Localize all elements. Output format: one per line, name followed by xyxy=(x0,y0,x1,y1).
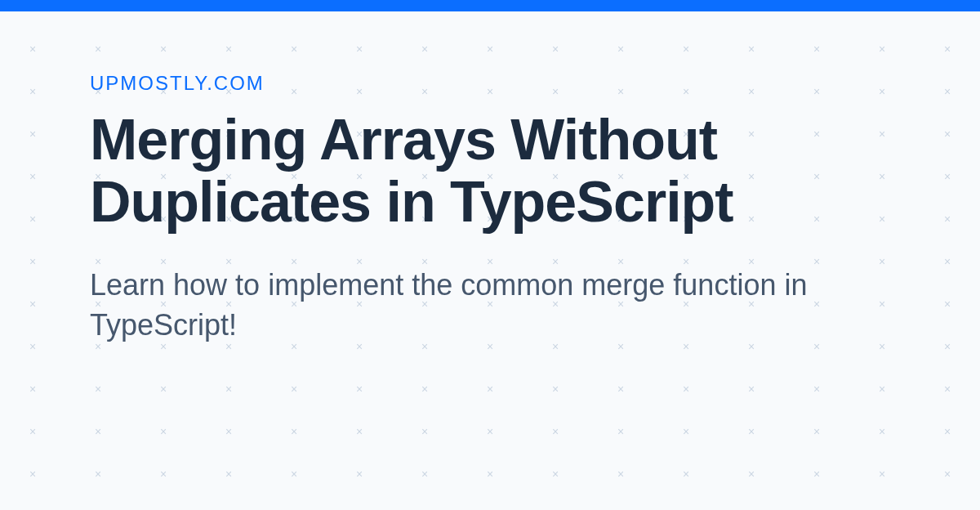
page-subtitle: Learn how to implement the common merge … xyxy=(90,266,890,345)
pattern-x-icon: × xyxy=(0,410,65,453)
pattern-x-icon: × xyxy=(65,453,131,495)
pattern-x-icon: × xyxy=(915,495,980,510)
pattern-x-icon: × xyxy=(915,410,980,453)
pattern-x-icon: × xyxy=(261,368,327,410)
page-title: Merging Arrays Without Duplicates in Typ… xyxy=(90,110,890,233)
pattern-x-icon: × xyxy=(588,453,653,495)
pattern-x-icon: × xyxy=(849,495,915,510)
pattern-x-icon: × xyxy=(457,453,523,495)
pattern-x-icon: × xyxy=(915,453,980,495)
pattern-x-icon: × xyxy=(65,495,131,510)
pattern-x-icon: × xyxy=(653,368,719,410)
pattern-x-icon: × xyxy=(588,368,653,410)
pattern-x-icon: × xyxy=(131,453,196,495)
pattern-x-icon: × xyxy=(196,495,261,510)
pattern-x-icon: × xyxy=(719,495,784,510)
pattern-x-icon: × xyxy=(327,495,392,510)
pattern-x-icon: × xyxy=(392,410,457,453)
pattern-x-icon: × xyxy=(392,495,457,510)
pattern-x-icon: × xyxy=(65,410,131,453)
pattern-x-icon: × xyxy=(261,495,327,510)
pattern-x-icon: × xyxy=(719,368,784,410)
pattern-x-icon: × xyxy=(784,410,849,453)
pattern-x-icon: × xyxy=(327,368,392,410)
pattern-x-icon: × xyxy=(131,495,196,510)
pattern-x-icon: × xyxy=(523,368,588,410)
pattern-x-icon: × xyxy=(849,368,915,410)
pattern-x-icon: × xyxy=(523,495,588,510)
pattern-x-icon: × xyxy=(131,410,196,453)
pattern-x-icon: × xyxy=(523,410,588,453)
pattern-x-icon: × xyxy=(457,410,523,453)
card-content: UPMOSTLY.COM Merging Arrays Without Dupl… xyxy=(0,11,980,345)
site-label: UPMOSTLY.COM xyxy=(90,72,890,95)
pattern-x-icon: × xyxy=(784,453,849,495)
pattern-x-icon: × xyxy=(784,368,849,410)
pattern-x-icon: × xyxy=(0,495,65,510)
pattern-x-icon: × xyxy=(327,453,392,495)
top-accent-bar xyxy=(0,0,980,11)
pattern-x-icon: × xyxy=(523,453,588,495)
pattern-x-icon: × xyxy=(131,368,196,410)
pattern-x-icon: × xyxy=(196,453,261,495)
pattern-x-icon: × xyxy=(196,410,261,453)
pattern-x-icon: × xyxy=(65,368,131,410)
pattern-x-icon: × xyxy=(261,410,327,453)
pattern-x-icon: × xyxy=(653,495,719,510)
pattern-x-icon: × xyxy=(327,410,392,453)
pattern-x-icon: × xyxy=(588,495,653,510)
pattern-x-icon: × xyxy=(719,410,784,453)
pattern-x-icon: × xyxy=(392,368,457,410)
pattern-x-icon: × xyxy=(588,410,653,453)
pattern-x-icon: × xyxy=(392,453,457,495)
pattern-x-icon: × xyxy=(196,368,261,410)
pattern-x-icon: × xyxy=(915,368,980,410)
pattern-x-icon: × xyxy=(0,453,65,495)
pattern-x-icon: × xyxy=(653,410,719,453)
pattern-x-icon: × xyxy=(849,410,915,453)
pattern-x-icon: × xyxy=(261,453,327,495)
pattern-x-icon: × xyxy=(653,453,719,495)
pattern-x-icon: × xyxy=(457,368,523,410)
pattern-x-icon: × xyxy=(719,453,784,495)
pattern-x-icon: × xyxy=(0,368,65,410)
pattern-x-icon: × xyxy=(784,495,849,510)
pattern-x-icon: × xyxy=(849,453,915,495)
pattern-x-icon: × xyxy=(457,495,523,510)
